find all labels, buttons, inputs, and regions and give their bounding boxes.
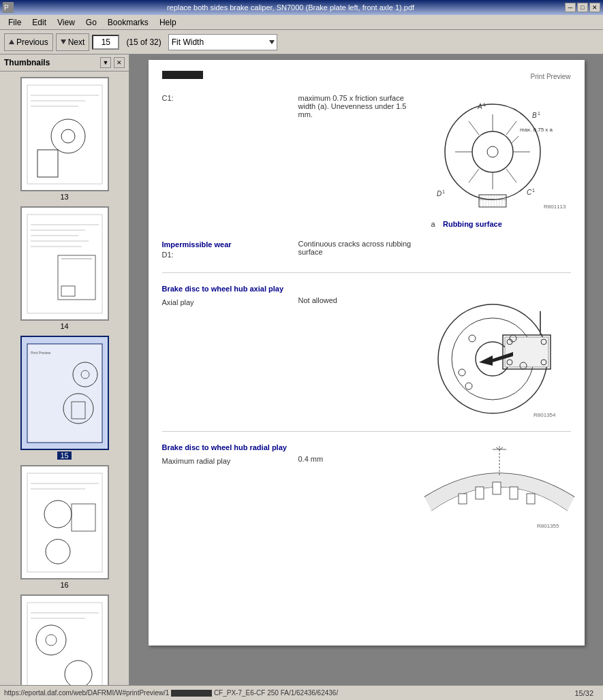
thumb-label-15: 15 <box>57 451 71 460</box>
svg-point-45 <box>472 131 513 172</box>
thumb-img-16 <box>20 465 109 579</box>
content-area: Print Preview C1: maximum 0.75 x frictio… <box>129 54 603 685</box>
svg-text:B: B <box>532 112 537 119</box>
url-text: https://eportal.daf.com/web/DAFRMI/W#pri… <box>4 689 169 697</box>
svg-rect-96 <box>476 487 484 499</box>
page-number-input[interactable] <box>92 35 119 50</box>
thumbnails-list: 13 <box>0 71 129 685</box>
prev-arrow-icon <box>9 39 14 44</box>
menu-bar: File Edit View Go Bookmarks Help <box>0 15 603 30</box>
impermissible-title: Impermissible wear <box>162 240 298 249</box>
svg-text:1: 1 <box>442 189 445 194</box>
svg-rect-18 <box>27 344 102 443</box>
next-label: Next <box>68 37 85 47</box>
thumbnail-16[interactable]: 16 <box>3 465 126 589</box>
svg-text:C: C <box>527 189 532 196</box>
thumb-img-14 <box>20 206 109 321</box>
svg-line-52 <box>469 169 479 182</box>
svg-text:R801355: R801355 <box>537 523 559 529</box>
menu-edit[interactable]: Edit <box>27 16 52 29</box>
svg-line-48 <box>506 121 516 135</box>
page-info: (15 of 32) <box>122 37 165 47</box>
svg-text:A: A <box>477 103 482 110</box>
svg-rect-9 <box>27 214 102 313</box>
menu-file[interactable]: File <box>3 16 27 29</box>
svg-line-102 <box>496 447 499 449</box>
thumb-label-16: 16 <box>60 581 68 589</box>
svg-text:1: 1 <box>483 102 486 107</box>
rubbing-label-a: a <box>431 220 435 228</box>
url-suffix: CF_PX-7_E6-CF 250 FA/1/62436/62436/ <box>214 689 338 697</box>
svg-rect-99 <box>527 494 535 504</box>
black-header-bar <box>162 71 203 79</box>
thumbnail-14[interactable]: 14 <box>3 206 126 330</box>
radial-value: 0.4 mm <box>298 455 418 463</box>
axial-label: Axial play <box>162 298 298 306</box>
page-header: Print Preview <box>531 73 571 80</box>
svg-rect-2 <box>27 85 102 184</box>
minimize-button[interactable]: ─ <box>565 3 576 12</box>
title-bar: P replace both sides brake caliper, SN70… <box>0 0 603 15</box>
svg-rect-97 <box>493 482 501 494</box>
thumbnail-17[interactable]: 17 <box>3 594 126 685</box>
svg-rect-95 <box>459 494 467 504</box>
radial-label: Maximum radial play <box>162 457 298 465</box>
app-icon: P <box>3 2 14 13</box>
sidebar-controls: ▼ ✕ <box>100 57 125 68</box>
status-url: https://eportal.daf.com/web/DAFRMI/W#pri… <box>4 689 338 697</box>
svg-point-46 <box>487 146 498 157</box>
thumb-label-14: 14 <box>60 322 68 330</box>
thumb-img-15: Print Preview <box>20 336 109 450</box>
section-divider-1 <box>162 272 571 273</box>
radial-play-diagram: R801355 <box>418 443 581 531</box>
brake-disc-diagram: A 1 B 1 D 1 C 1 max. 0,75 x a <box>418 94 574 210</box>
toolbar: Previous Next (15 of 32) Fit Width Fit P… <box>0 30 603 54</box>
svg-text:1: 1 <box>538 111 540 116</box>
d1-label: D1: <box>162 251 298 259</box>
axial-play-title: Brake disc to wheel hub axial play <box>162 284 298 293</box>
rubbing-surface-text: Rubbing surface <box>443 220 502 228</box>
status-bar: https://eportal.daf.com/web/DAFRMI/W#pri… <box>0 685 603 700</box>
window-controls: ─ □ ✕ <box>565 3 603 12</box>
axial-play-diagram: R801354 <box>418 284 581 420</box>
status-page-indicator: 15/32 <box>574 689 599 697</box>
fit-select-wrapper: Fit Width Fit Page 50% 75% 100% 125% 150… <box>168 34 277 50</box>
thumb-img-17 <box>20 594 109 685</box>
menu-help[interactable]: Help <box>154 16 182 29</box>
svg-line-64 <box>512 136 519 143</box>
sidebar-menu-button[interactable]: ▼ <box>100 57 111 68</box>
svg-line-50 <box>506 169 516 182</box>
next-button[interactable]: Next <box>56 33 90 51</box>
maximize-button[interactable]: □ <box>577 3 588 12</box>
menu-go[interactable]: Go <box>80 16 102 29</box>
previous-button[interactable]: Previous <box>4 33 53 51</box>
svg-point-92 <box>465 383 472 389</box>
svg-text:D: D <box>437 190 442 197</box>
sidebar-close-button[interactable]: ✕ <box>114 57 125 68</box>
pdf-page: Print Preview C1: maximum 0.75 x frictio… <box>149 60 585 646</box>
next-arrow-icon <box>61 39 66 44</box>
svg-text:Print Preview: Print Preview <box>31 351 51 355</box>
svg-rect-98 <box>510 487 518 499</box>
previous-label: Previous <box>16 37 48 47</box>
thumbnail-15[interactable]: Print Preview 15 <box>3 336 126 460</box>
fit-mode-select[interactable]: Fit Width Fit Page 50% 75% 100% 125% 150… <box>168 34 277 50</box>
close-button[interactable]: ✕ <box>589 3 600 12</box>
c1-label: C1: <box>162 94 298 102</box>
svg-text:R801113: R801113 <box>544 204 566 210</box>
sidebar-header: Thumbnails ▼ ✕ <box>0 54 129 71</box>
svg-text:max. 0,75 x a: max. 0,75 x a <box>520 127 553 133</box>
menu-view[interactable]: View <box>52 16 80 29</box>
window-title: replace both sides brake caliper, SN7000… <box>16 3 565 12</box>
svg-line-54 <box>469 121 479 135</box>
menu-bookmarks[interactable]: Bookmarks <box>102 16 154 29</box>
main-area: Thumbnails ▼ ✕ <box>0 54 603 685</box>
sidebar-title: Thumbnails <box>4 58 50 67</box>
svg-point-91 <box>459 369 465 376</box>
svg-text:P: P <box>4 4 9 12</box>
section-divider-2 <box>162 431 571 432</box>
svg-text:1: 1 <box>532 188 535 193</box>
thumbnail-13[interactable]: 13 <box>3 77 126 201</box>
sidebar: Thumbnails ▼ ✕ <box>0 54 129 685</box>
svg-point-88 <box>469 335 476 342</box>
